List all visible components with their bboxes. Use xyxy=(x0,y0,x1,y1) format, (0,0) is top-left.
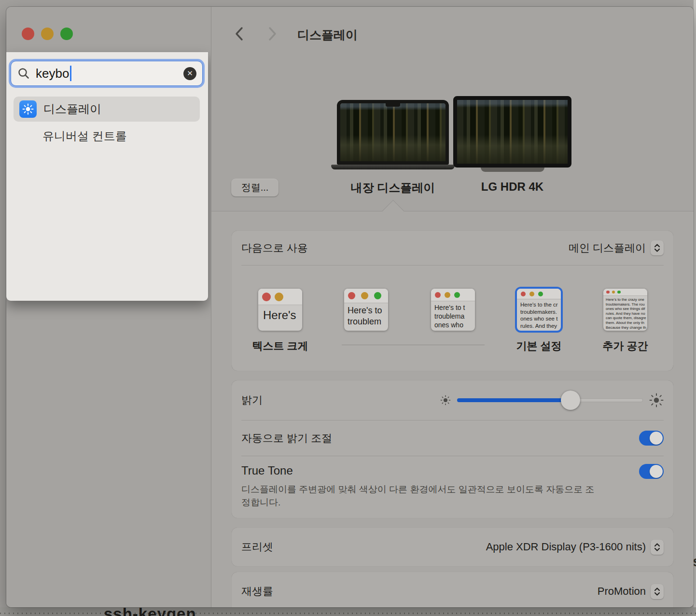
display-settings-panel: 디스플레이 내장 디스플레이 LG HDR 4K 정렬... 다음으로 사용 메… xyxy=(211,7,694,607)
refresh-rate-card: 재생률 ProMotion xyxy=(232,572,673,607)
mini-window-titlebar xyxy=(431,289,475,301)
scaling-label-larger-text: 텍스트 크게 xyxy=(250,339,310,353)
sidebar-item-label: 디스플레이 xyxy=(43,101,101,117)
background-dotted-line xyxy=(0,613,696,614)
refresh-rate-stepper-button[interactable] xyxy=(651,584,664,599)
mini-green-dot xyxy=(454,292,460,298)
brightness-slider[interactable] xyxy=(457,391,643,410)
use-as-value: 메인 디스플레이 xyxy=(569,241,646,255)
search-results-panel: keybo ✕ 디스플레이 xyxy=(6,52,208,301)
mini-green-dot xyxy=(538,292,543,296)
mini-yellow-dot xyxy=(445,292,450,298)
mini-yellow-dot xyxy=(612,291,615,294)
sidebar-divider xyxy=(211,7,211,607)
mini-green-dot xyxy=(374,292,381,299)
scaling-label-default: 기본 설정 xyxy=(509,339,569,353)
refresh-rate-row: 재생률 ProMotion xyxy=(232,572,673,607)
true-tone-toggle[interactable] xyxy=(639,464,664,479)
display-name-lg-hdr-4k: LG HDR 4K xyxy=(453,180,571,194)
display-name-builtin: 내장 디스플레이 xyxy=(337,180,449,196)
text-cursor xyxy=(70,66,71,81)
display-mode-card: 다음으로 사용 메인 디스플레이 Here's xyxy=(232,231,673,371)
preset-value: Apple XDR Display (P3-1600 nits) xyxy=(486,541,646,553)
display-thumbnail-builtin[interactable] xyxy=(337,100,449,169)
zoom-window-button[interactable] xyxy=(60,28,73,40)
laptop-base xyxy=(331,165,455,169)
auto-brightness-label: 자동으로 밝기 조절 xyxy=(241,431,332,446)
sidebar: keybo ✕ 디스플레이 xyxy=(6,7,211,607)
scaling-option-3[interactable]: Here's to ttroublemaones who xyxy=(431,289,475,331)
mini-red-dot xyxy=(262,293,271,301)
page-title: 디스플레이 xyxy=(297,27,358,43)
back-button[interactable] xyxy=(235,27,243,41)
mini-yellow-dot xyxy=(529,292,534,296)
mini-window-text: Here's xyxy=(258,305,302,322)
scaling-option-more-space[interactable]: Here's to the crazy onetroublemakers. Th… xyxy=(603,289,647,331)
search-icon xyxy=(17,67,30,80)
refresh-rate-label: 재생률 xyxy=(241,584,273,599)
monitor-stand xyxy=(481,168,544,172)
mini-window-text: Here's to the crtroublemakers.ones who s… xyxy=(517,299,561,329)
mini-window-text: Here's to ttroublemaones who xyxy=(431,301,475,329)
scaling-options-connector-line xyxy=(342,345,485,345)
brightness-card: 밝기 xyxy=(232,380,673,518)
scaling-label-more-space: 추가 공간 xyxy=(595,339,655,353)
laptop-screen xyxy=(337,100,449,165)
brightness-slider-wrap xyxy=(440,391,664,410)
sidebar-item-universal-control[interactable]: 유니버설 컨트롤 xyxy=(42,126,127,146)
use-as-row: 다음으로 사용 메인 디스플레이 xyxy=(232,231,673,265)
system-settings-window: keybo ✕ 디스플레이 xyxy=(6,7,694,607)
toggle-knob xyxy=(650,465,663,478)
auto-brightness-row: 자동으로 밝기 조절 xyxy=(232,420,673,456)
mini-window-titlebar xyxy=(603,289,647,296)
scaling-option-2[interactable]: Here's totroublem xyxy=(344,289,388,331)
mini-window-text: Here's totroublem xyxy=(344,303,388,327)
arrange-displays-button[interactable]: 정렬... xyxy=(231,179,278,196)
search-query-text: keybo xyxy=(36,66,69,81)
background-window-right: s xyxy=(694,0,696,616)
background-partial-text-bottom: ssh-keygen xyxy=(104,607,196,616)
use-as-label: 다음으로 사용 xyxy=(241,241,308,255)
preset-stepper-button[interactable] xyxy=(651,540,664,555)
true-tone-row: True Tone xyxy=(232,456,673,479)
brightness-row: 밝기 xyxy=(232,380,673,420)
wallpaper-forest-image xyxy=(340,103,445,161)
use-as-stepper-button[interactable] xyxy=(651,240,664,255)
toggle-knob xyxy=(650,432,663,445)
true-tone-label: True Tone xyxy=(241,464,293,477)
preset-row: 프리셋 Apple XDR Display (P3-1600 nits) xyxy=(232,528,673,566)
picker-divider xyxy=(211,211,694,211)
display-brightness-icon xyxy=(19,100,37,118)
mini-window-text: Here's to the crazy onetroublemakers. Th… xyxy=(603,296,647,330)
laptop-notch xyxy=(386,103,400,107)
slider-fill xyxy=(457,398,571,402)
auto-brightness-toggle[interactable] xyxy=(639,431,664,446)
mini-red-dot xyxy=(521,292,526,296)
sidebar-item-displays[interactable]: 디스플레이 xyxy=(14,97,200,122)
display-thumbnail-lg-hdr-4k[interactable] xyxy=(453,96,571,172)
clear-search-button[interactable]: ✕ xyxy=(183,67,196,80)
scaling-option-larger-text[interactable]: Here's xyxy=(258,289,302,331)
forward-button[interactable] xyxy=(268,27,277,41)
brightness-dim-icon xyxy=(440,395,451,406)
brightness-bright-icon xyxy=(649,393,664,407)
traffic-lights xyxy=(22,28,73,40)
search-input[interactable]: keybo ✕ xyxy=(11,61,203,86)
close-window-button[interactable] xyxy=(22,28,34,40)
minimize-window-button[interactable] xyxy=(41,28,54,40)
mini-window-titlebar xyxy=(517,289,561,299)
mini-yellow-dot xyxy=(275,293,283,301)
scaling-option-default[interactable]: Here's to the crtroublemakers.ones who s… xyxy=(517,289,561,331)
mini-red-dot xyxy=(606,291,610,294)
mini-yellow-dot xyxy=(361,292,368,299)
refresh-rate-value: ProMotion xyxy=(598,585,646,598)
mini-window-titlebar xyxy=(344,289,388,303)
sidebar-item-label: 유니버설 컨트롤 xyxy=(42,128,127,144)
background-window-bottom: ssh-keygen xyxy=(0,607,696,616)
slider-knob[interactable] xyxy=(561,391,580,410)
preset-card: 프리셋 Apple XDR Display (P3-1600 nits) xyxy=(232,528,673,566)
mini-red-dot xyxy=(348,292,355,299)
true-tone-description: 디스플레이를 주변광에 맞춰 색상이 다른 환경에서도 일관적으로 보이도록 자… xyxy=(232,479,613,509)
monitor-screen xyxy=(453,96,571,168)
wallpaper-forest-image xyxy=(457,100,568,164)
